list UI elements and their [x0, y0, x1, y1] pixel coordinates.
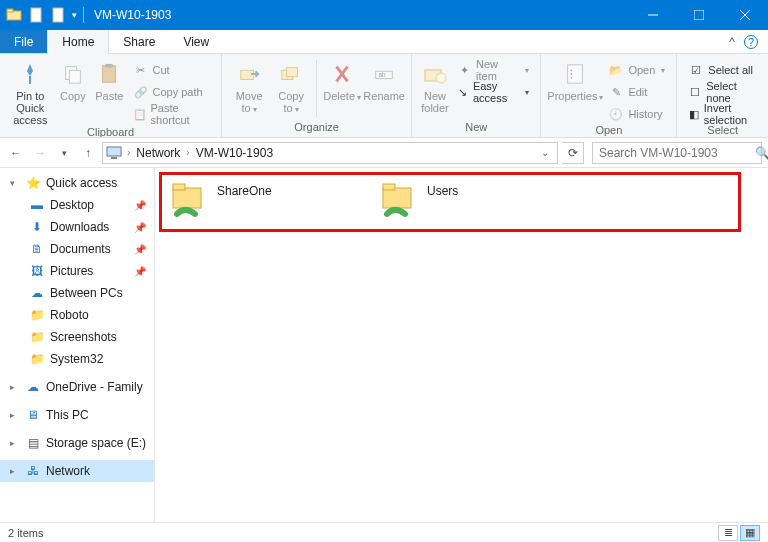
help-button[interactable]: ?: [744, 30, 768, 53]
sidebar-item-between-pcs[interactable]: ☁Between PCs: [0, 282, 154, 304]
delete-button[interactable]: Delete▾: [321, 56, 363, 121]
tab-share[interactable]: Share: [109, 30, 169, 53]
invert-selection-button[interactable]: ◧Invert selection: [685, 104, 760, 124]
svg-point-19: [436, 73, 446, 83]
desktop-icon: ▬: [28, 197, 46, 213]
view-details-button[interactable]: ≣: [718, 525, 738, 541]
group-label: Open: [547, 124, 670, 138]
group-label: Organize: [228, 121, 405, 137]
open-button[interactable]: 📂Open▾: [605, 60, 668, 80]
paste-shortcut-button[interactable]: 📋Paste shortcut: [130, 104, 214, 124]
copy-path-button[interactable]: 🔗Copy path: [130, 82, 214, 102]
edit-button[interactable]: ✎Edit: [605, 82, 668, 102]
sidebar-network[interactable]: ▸🖧Network: [0, 460, 154, 482]
copy-to-button[interactable]: Copy to▾: [270, 56, 312, 121]
file-menu[interactable]: File: [0, 30, 47, 53]
expand-icon[interactable]: ▸: [10, 410, 20, 420]
sidebar-item-documents[interactable]: 🗎Documents📌: [0, 238, 154, 260]
easy-access-button[interactable]: ↘Easy access▾: [454, 82, 533, 102]
shared-folder-icon: [379, 180, 419, 220]
address-dropdown[interactable]: ⌄: [535, 147, 555, 158]
titlebar-icons: ▾: [0, 7, 77, 23]
expand-icon[interactable]: ▾: [10, 178, 20, 188]
this-pc-icon: 🖥: [24, 407, 42, 423]
content-area[interactable]: ShareOne Users: [155, 168, 768, 522]
rename-button[interactable]: ab Rename: [363, 56, 405, 121]
search-box[interactable]: 🔍: [592, 142, 762, 164]
expand-icon[interactable]: ▸: [10, 466, 20, 476]
new-item-button[interactable]: ✦New item▾: [454, 60, 533, 80]
recent-locations-button[interactable]: ▾: [54, 143, 74, 163]
explorer-icon: [6, 7, 22, 23]
expand-icon[interactable]: ▸: [10, 438, 20, 448]
group-label: Clipboard: [6, 126, 215, 138]
breadcrumb-separator[interactable]: ›: [184, 147, 191, 158]
select-none-icon: ☐: [688, 84, 702, 100]
edit-icon: ✎: [608, 84, 624, 100]
tab-view[interactable]: View: [169, 30, 223, 53]
sidebar-quick-access[interactable]: ▾ ⭐ Quick access: [0, 172, 154, 194]
up-button[interactable]: ↑: [78, 143, 98, 163]
expand-icon[interactable]: ▸: [10, 382, 20, 392]
computer-icon: [105, 144, 123, 162]
sidebar-drive[interactable]: ▸▤Storage space (E:): [0, 432, 154, 454]
folder-icon: 📁: [28, 351, 46, 367]
sidebar-item-pictures[interactable]: 🖼Pictures📌: [0, 260, 154, 282]
svg-rect-13: [241, 70, 254, 79]
group-label: Select: [683, 124, 762, 138]
view-large-icons-button[interactable]: ▦: [740, 525, 760, 541]
select-all-button[interactable]: ☑Select all: [685, 60, 760, 80]
status-bar: 2 items ≣ ▦: [0, 522, 768, 542]
share-item-users[interactable]: Users: [375, 176, 585, 224]
copy-path-icon: 🔗: [133, 84, 149, 100]
star-icon: ⭐: [24, 175, 42, 191]
new-folder-button[interactable]: New folder: [418, 56, 452, 121]
select-none-button[interactable]: ☐Select none: [685, 82, 760, 102]
copy-button[interactable]: Copy: [55, 56, 91, 126]
address-bar[interactable]: › Network › VM-W10-1903 ⌄: [102, 142, 558, 164]
sidebar-onedrive[interactable]: ▸☁OneDrive - Family: [0, 376, 154, 398]
svg-rect-27: [173, 184, 185, 190]
properties-button[interactable]: Properties▾: [547, 56, 603, 124]
minimize-button[interactable]: [630, 0, 676, 30]
sidebar-item-desktop[interactable]: ▬Desktop📌: [0, 194, 154, 216]
svg-rect-15: [287, 68, 298, 77]
menubar: File Home Share View ^ ?: [0, 30, 768, 54]
pin-icon: 📌: [134, 200, 146, 211]
invert-selection-icon: ◧: [688, 106, 700, 122]
maximize-button[interactable]: [676, 0, 722, 30]
sidebar-item-downloads[interactable]: ⬇Downloads📌: [0, 216, 154, 238]
back-button[interactable]: ←: [6, 143, 26, 163]
share-item-shareone[interactable]: ShareOne: [165, 176, 375, 224]
forward-button[interactable]: →: [30, 143, 50, 163]
close-button[interactable]: [722, 0, 768, 30]
easy-access-icon: ↘: [457, 84, 469, 100]
item-label: Users: [427, 180, 458, 198]
sidebar-item-roboto[interactable]: 📁Roboto: [0, 304, 154, 326]
svg-rect-28: [383, 188, 411, 208]
refresh-button[interactable]: ⟳: [562, 142, 584, 164]
move-to-button[interactable]: Move to▾: [228, 56, 270, 121]
pin-to-quick-access-button[interactable]: Pin to Quick access: [6, 56, 55, 126]
pin-icon: 📌: [134, 266, 146, 277]
search-icon[interactable]: 🔍: [755, 146, 768, 160]
properties-icon: [561, 60, 589, 88]
qat-overflow[interactable]: ▾: [72, 10, 77, 20]
onedrive-icon: ☁: [28, 285, 46, 301]
history-button[interactable]: 🕘History: [605, 104, 668, 124]
pin-icon: [16, 60, 44, 88]
status-item-count: 2 items: [8, 527, 43, 539]
sidebar-item-system32[interactable]: 📁System32: [0, 348, 154, 370]
cut-button[interactable]: ✂Cut: [130, 60, 214, 80]
breadcrumb-host[interactable]: VM-W10-1903: [194, 146, 275, 160]
ribbon-collapse-button[interactable]: ^: [720, 30, 744, 53]
documents-icon: 🗎: [28, 241, 46, 257]
breadcrumb-network[interactable]: Network: [134, 146, 182, 160]
sidebar-this-pc[interactable]: ▸🖥This PC: [0, 404, 154, 426]
sidebar-item-screenshots[interactable]: 📁Screenshots: [0, 326, 154, 348]
tab-home[interactable]: Home: [47, 30, 109, 53]
paste-button[interactable]: Paste: [91, 56, 127, 126]
svg-rect-1: [7, 9, 13, 12]
search-input[interactable]: [593, 146, 755, 160]
breadcrumb-separator[interactable]: ›: [125, 147, 132, 158]
